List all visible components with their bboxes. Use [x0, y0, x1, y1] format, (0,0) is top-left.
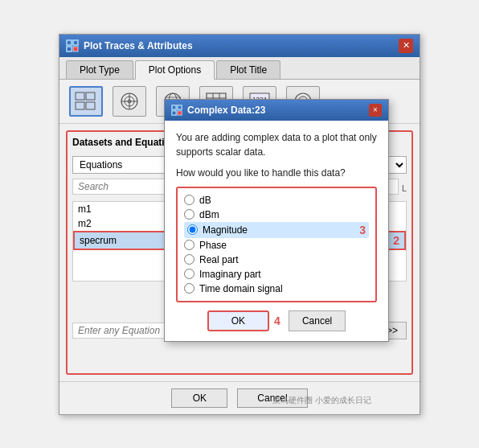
watermark: 菜鸟硬件圈 小爱的成长日记	[272, 395, 371, 406]
grid-icon-button[interactable]	[69, 86, 103, 117]
radio-imaginary-label: Imaginary part	[199, 269, 261, 280]
bottom-bar: OK Cancel 菜鸟硬件圈 小爱的成长日记	[59, 381, 420, 414]
window-title: Plot Traces & Attributes	[84, 40, 193, 51]
svg-rect-3	[73, 47, 78, 51]
svg-rect-0	[67, 40, 72, 45]
tab-plot-options[interactable]: Plot Options	[135, 60, 215, 80]
dialog-title: Complex Data:23	[187, 105, 265, 116]
tab-bar: Plot Type Plot Options Plot Title	[59, 57, 420, 80]
radio-phase-label: Phase	[199, 240, 227, 251]
dialog-icon	[171, 105, 182, 116]
list-header: L	[402, 183, 407, 193]
radio-time-domain-input[interactable]	[184, 283, 194, 294]
polar-icon	[118, 92, 141, 111]
svg-rect-32	[178, 110, 182, 114]
dialog-cancel-button[interactable]: Cancel	[289, 310, 346, 331]
polar-icon-button[interactable]	[113, 86, 146, 117]
svg-rect-4	[76, 92, 84, 100]
svg-rect-6	[76, 102, 84, 109]
radio-db-label: dB	[199, 195, 211, 206]
radio-time-domain-label: Time domain signal	[199, 283, 283, 294]
radio-real-input[interactable]	[184, 254, 194, 265]
complex-data-dialog: Complex Data:23 × You are adding complex…	[164, 99, 389, 342]
svg-rect-7	[86, 102, 95, 109]
badge-4: 4	[274, 314, 280, 327]
radio-phase[interactable]: Phase	[184, 238, 369, 253]
svg-rect-5	[86, 92, 95, 100]
badge-2: 2	[393, 234, 399, 247]
tab-plot-type[interactable]: Plot Type	[66, 60, 133, 79]
radio-imaginary-input[interactable]	[184, 269, 194, 279]
tab-plot-title[interactable]: Plot Title	[216, 60, 280, 79]
svg-rect-2	[67, 47, 72, 51]
dialog-body: You are adding complex data to a plot th…	[165, 121, 388, 341]
dialog-question: How would you like to handle this data?	[176, 167, 377, 179]
badge-3: 3	[359, 224, 366, 236]
svg-rect-31	[172, 110, 176, 114]
radio-dbm[interactable]: dBm	[184, 208, 369, 222]
svg-rect-30	[178, 105, 182, 109]
radio-real-label: Real part	[199, 254, 239, 265]
dialog-ok-button[interactable]: OK	[207, 310, 269, 331]
main-ok-button[interactable]: OK	[171, 388, 227, 408]
window-close-button[interactable]: ✕	[399, 39, 413, 53]
radio-real[interactable]: Real part	[184, 253, 369, 267]
dialog-buttons: OK 4 Cancel	[176, 310, 377, 331]
radio-group: dB dBm Magnitude 3 Phase Real part	[176, 187, 377, 302]
svg-rect-1	[73, 40, 78, 45]
radio-imaginary[interactable]: Imaginary part	[184, 267, 369, 282]
main-window: Plot Traces & Attributes ✕ Plot Type Plo…	[59, 34, 420, 415]
radio-magnitude[interactable]: Magnitude 3	[184, 222, 369, 238]
app-icon	[66, 39, 79, 52]
title-bar: Plot Traces & Attributes ✕	[59, 35, 420, 57]
svg-rect-29	[172, 105, 176, 109]
dialog-close-button[interactable]: ×	[369, 104, 382, 117]
dialog-title-bar: Complex Data:23 ×	[165, 100, 388, 121]
radio-db[interactable]: dB	[184, 193, 369, 208]
radio-phase-input[interactable]	[184, 240, 194, 250]
grid-icon	[75, 92, 97, 111]
radio-dbm-input[interactable]	[184, 209, 194, 220]
radio-time-domain[interactable]: Time domain signal	[184, 282, 369, 296]
radio-db-input[interactable]	[184, 195, 194, 205]
radio-dbm-label: dBm	[199, 209, 219, 220]
dialog-message: You are adding complex data to a plot th…	[176, 130, 377, 159]
radio-magnitude-label: Magnitude	[203, 224, 248, 236]
radio-magnitude-input[interactable]	[187, 224, 198, 235]
